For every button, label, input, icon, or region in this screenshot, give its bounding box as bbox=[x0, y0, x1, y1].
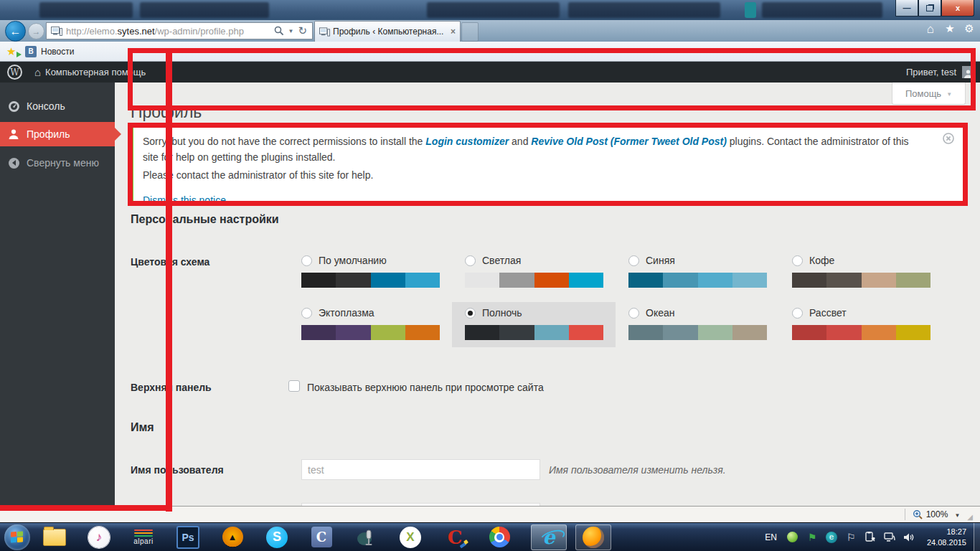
radio-button[interactable] bbox=[465, 308, 476, 319]
taskbar-firefox-icon[interactable] bbox=[575, 524, 611, 550]
show-desktop-button[interactable] bbox=[974, 523, 980, 551]
tray-volume-icon[interactable] bbox=[903, 532, 915, 543]
taskbar-aimp-icon[interactable]: ▲ bbox=[220, 525, 245, 550]
avatar[interactable] bbox=[962, 66, 974, 78]
color-swatch bbox=[465, 325, 499, 340]
taskbar-photoshop-icon[interactable]: Ps bbox=[175, 525, 201, 550]
radio-button[interactable] bbox=[465, 255, 476, 266]
vk-favicon: В bbox=[25, 46, 37, 57]
color-swatch bbox=[371, 325, 405, 340]
url-domain: sytes.net bbox=[118, 26, 155, 37]
taskbar-itunes-icon[interactable]: ♪ bbox=[86, 525, 112, 550]
browser-tab[interactable]: Профиль ‹ Компьютерная... × bbox=[314, 21, 461, 42]
site-home-icon[interactable]: ⌂ bbox=[34, 66, 41, 78]
radio-button[interactable] bbox=[628, 308, 639, 319]
zoom-caret-icon: ▼ bbox=[954, 512, 960, 519]
taskbar-skype-icon[interactable]: S bbox=[264, 525, 290, 550]
color-scheme-option[interactable]: По умолчанию bbox=[288, 250, 452, 295]
taskbar-internet-explorer-icon[interactable]: e bbox=[531, 524, 567, 550]
site-name-link[interactable]: Компьютерная помощь bbox=[45, 67, 146, 77]
tray-eset-icon[interactable]: e bbox=[826, 532, 837, 543]
sidebar-item-dashboard[interactable]: Консоль bbox=[0, 94, 115, 118]
wordpress-logo-icon[interactable]: W bbox=[7, 65, 22, 80]
tray-green-sphere-icon[interactable] bbox=[787, 532, 798, 543]
url-prefix: http://elemo. bbox=[66, 26, 118, 37]
back-button[interactable]: ← bbox=[5, 21, 26, 42]
color-swatch-bar bbox=[792, 325, 930, 340]
tray-flag-icon[interactable]: ⚐ bbox=[845, 532, 857, 543]
favorites-star-icon[interactable]: ★ bbox=[943, 22, 956, 37]
color-swatch bbox=[862, 273, 896, 288]
color-swatch bbox=[499, 325, 534, 340]
new-tab-button[interactable] bbox=[461, 22, 479, 42]
radio-button[interactable] bbox=[301, 308, 312, 319]
notice-paragraph-2: Please contact the administrator of this… bbox=[143, 168, 915, 184]
taskbar-ccleaner-icon[interactable]: C bbox=[442, 525, 468, 550]
dismiss-notice-link[interactable]: Dismiss this notice bbox=[143, 193, 226, 209]
taskbar-chrome-icon[interactable] bbox=[486, 525, 512, 550]
taskbar-alpari-icon[interactable]: alpari bbox=[131, 525, 156, 550]
radio-button[interactable] bbox=[792, 255, 803, 266]
resize-grip[interactable]: ◢ bbox=[967, 513, 973, 521]
system-tray: EN ⚑ e ⚐ 18:27 24.08.2015 bbox=[765, 523, 980, 551]
sidebar-item-collapse-menu[interactable]: Свернуть меню bbox=[0, 151, 115, 175]
start-button[interactable] bbox=[4, 524, 30, 550]
refresh-icon[interactable]: ↻ bbox=[298, 24, 307, 37]
close-button[interactable]: x bbox=[941, 0, 974, 17]
taskbar-corel-icon[interactable]: C bbox=[308, 525, 334, 550]
color-swatch bbox=[663, 273, 697, 288]
revive-old-post-link[interactable]: Revive Old Post (Former Tweet Old Post) bbox=[531, 136, 727, 147]
tab-close-icon[interactable]: × bbox=[451, 27, 456, 37]
address-bar[interactable]: http://elemo.sytes.net/wp-admin/profile.… bbox=[46, 22, 313, 39]
taskbar-explorer-icon[interactable] bbox=[42, 525, 67, 550]
forward-button[interactable]: → bbox=[28, 23, 44, 39]
username-input[interactable] bbox=[301, 459, 540, 480]
color-scheme-option[interactable]: Кофе bbox=[779, 250, 943, 295]
radio-button[interactable] bbox=[628, 255, 639, 266]
add-favorite-icon[interactable]: ★ bbox=[6, 46, 19, 57]
sidebar-item-profile[interactable]: Профиль bbox=[0, 122, 115, 146]
search-dropdown-caret[interactable]: ▼ bbox=[288, 28, 294, 34]
color-swatch bbox=[336, 325, 370, 340]
color-swatch bbox=[569, 273, 603, 288]
help-dropdown-button[interactable]: Помощь ▼ bbox=[892, 83, 966, 105]
show-toolbar-checkbox-label: Показывать верхнюю панель при просмотре … bbox=[307, 382, 544, 393]
color-swatch bbox=[698, 273, 732, 288]
radio-button[interactable] bbox=[301, 255, 312, 266]
taskbar-clock[interactable]: 18:27 24.08.2015 bbox=[927, 527, 966, 548]
page-title: Профиль bbox=[131, 103, 202, 122]
tray-network-icon[interactable] bbox=[884, 532, 895, 543]
color-scheme-name: Рассвет bbox=[809, 307, 847, 319]
wp-sidebar: Консоль Профиль Свернуть меню bbox=[0, 83, 115, 506]
color-scheme-option[interactable]: Светлая bbox=[452, 250, 616, 295]
color-swatch bbox=[371, 273, 405, 288]
section-name: Имя bbox=[131, 421, 154, 434]
tray-safely-remove-icon[interactable] bbox=[864, 532, 876, 543]
color-scheme-option[interactable]: Эктоплазма bbox=[288, 302, 452, 347]
favorites-item-news[interactable]: Новости bbox=[41, 47, 74, 57]
tab-title: Профиль ‹ Компьютерная... bbox=[333, 27, 448, 37]
tray-action-center-flag-icon[interactable]: ⚑ bbox=[806, 532, 818, 543]
color-scheme-option[interactable]: Полночь bbox=[452, 302, 616, 347]
color-scheme-option[interactable]: Синяя bbox=[616, 250, 779, 295]
zoom-control[interactable]: 100% ▼ ◢ bbox=[905, 507, 973, 522]
tools-gear-icon[interactable]: ⚙ bbox=[963, 22, 976, 37]
minimize-button[interactable]: — bbox=[895, 0, 918, 17]
color-swatch bbox=[499, 273, 534, 288]
browser-titlebar: — x bbox=[0, 0, 980, 20]
home-icon[interactable]: ⌂ bbox=[924, 22, 937, 37]
taskbar-recorder-icon[interactable] bbox=[353, 525, 379, 550]
show-toolbar-checkbox[interactable] bbox=[288, 380, 300, 392]
login-customizer-link[interactable]: Login customizer bbox=[425, 136, 509, 147]
radio-button[interactable] bbox=[792, 308, 803, 319]
search-icon[interactable] bbox=[274, 26, 284, 36]
greeting-text[interactable]: Привет, test bbox=[906, 67, 956, 77]
color-scheme-option[interactable]: Океан bbox=[616, 302, 779, 347]
color-swatch-bar bbox=[628, 325, 767, 340]
color-scheme-option[interactable]: Рассвет bbox=[779, 302, 943, 347]
language-indicator[interactable]: EN bbox=[765, 532, 777, 542]
restore-button[interactable] bbox=[918, 0, 941, 17]
notice-close-icon[interactable] bbox=[943, 133, 954, 144]
clock-date: 24.08.2015 bbox=[927, 537, 966, 548]
taskbar-x-app-icon[interactable]: X bbox=[397, 525, 423, 550]
